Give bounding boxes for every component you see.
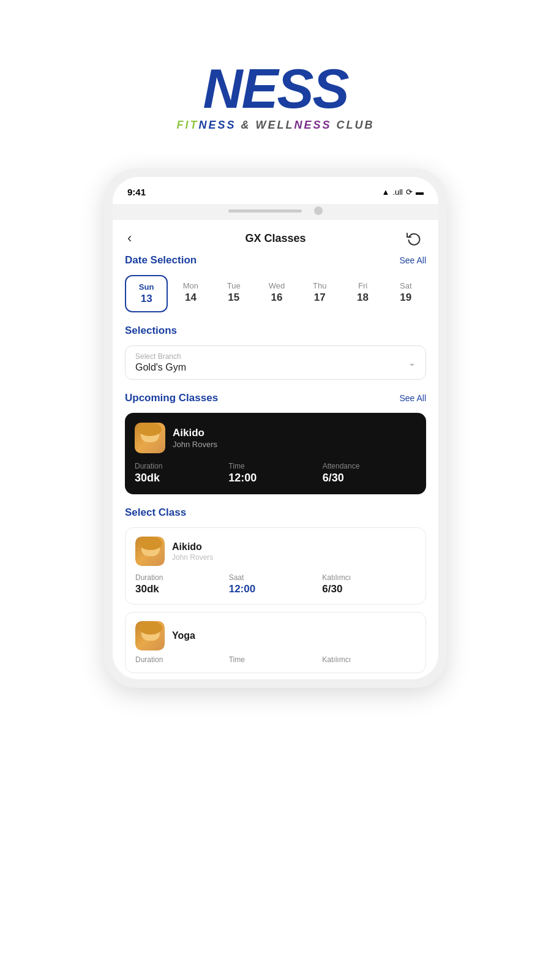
date-num-sun: 13 [141, 293, 152, 305]
upcoming-section: Upcoming Classes See All Aikido John Rov… [125, 392, 426, 494]
date-num-wed: 16 [271, 292, 283, 304]
upcoming-class-card[interactable]: Aikido John Rovers Duration 30dk Time 12… [125, 413, 426, 494]
aikido-duration-val: 30dk [135, 583, 229, 595]
history-button[interactable] [404, 228, 424, 248]
selections-header: Selections [125, 325, 426, 337]
logo-fit: FIT [176, 119, 198, 131]
battery-icon: ▬ [416, 187, 424, 197]
yoga-attendance-label: Katılımcı [322, 655, 416, 664]
yoga-avatar-img [135, 621, 165, 650]
stat-time: Time 12:00 [228, 462, 322, 484]
date-section: Date Selection See All Sun 13 Mon 14 Tue… [125, 254, 426, 312]
class-list-item-yoga[interactable]: Yoga Duration Time Katılımcı [125, 612, 426, 673]
date-num-tue: 15 [228, 292, 239, 304]
date-item-wed[interactable]: Wed 16 [257, 275, 297, 312]
status-time: 9:41 [127, 187, 146, 197]
selections-section: Selections Select Branch Gold's Gym ⌄ [125, 325, 426, 380]
page-title: GX Classes [245, 232, 305, 245]
logo-main: NESS [203, 61, 348, 116]
upcoming-header: Upcoming Classes See All [125, 392, 426, 404]
branch-label: Select Branch [135, 352, 416, 361]
attendance-label: Attendance [323, 462, 416, 470]
phone-mockup: 9:41 ▲ .ull ⟳ ▬ ‹ GX Classes [104, 168, 447, 688]
branch-value: Gold's Gym [135, 362, 416, 373]
select-class-header: Select Class [125, 507, 426, 519]
time-value: 12:00 [228, 472, 322, 484]
yoga-name: Yoga [172, 630, 195, 641]
date-day-wed: Wed [269, 281, 285, 290]
app-header: ‹ GX Classes [125, 220, 426, 254]
date-num-sat: 19 [400, 292, 411, 304]
attendance-value: 6/30 [323, 472, 416, 484]
date-day-sun: Sun [139, 282, 154, 292]
signal-icon: ▲ [382, 187, 390, 197]
selections-title: Selections [125, 325, 177, 337]
date-item-sun[interactable]: Sun 13 [125, 275, 168, 312]
bars-icon: .ull [392, 187, 403, 197]
time-label: Time [228, 462, 322, 470]
aikido-attendance-val: 6/30 [322, 583, 416, 595]
yoga-stat-attendance: Katılımcı [322, 655, 416, 664]
aikido-attendance-label: Katılımcı [322, 573, 416, 582]
date-day-tue: Tue [227, 281, 241, 290]
select-class-title: Select Class [125, 507, 186, 519]
aikido-time-label: Saat [229, 573, 323, 582]
date-row: Sun 13 Mon 14 Tue 15 Wed 16 [125, 275, 426, 312]
yoga-info: Yoga [172, 630, 195, 641]
aikido-duration-label: Duration [135, 573, 229, 582]
aikido-stat-time: Saat 12:00 [229, 573, 323, 595]
status-bar: 9:41 ▲ .ull ⟳ ▬ [113, 177, 438, 204]
phone-screen: 9:41 ▲ .ull ⟳ ▬ ‹ GX Classes [113, 177, 438, 679]
aikido-time-val: 12:00 [229, 583, 323, 595]
dropdown-arrow-icon: ⌄ [408, 358, 416, 368]
class-list-item-aikido[interactable]: Aikido John Rovers Duration 30dk Saat 12… [125, 527, 426, 605]
back-button[interactable]: ‹ [127, 230, 147, 246]
date-item-sat[interactable]: Sat 19 [386, 275, 426, 312]
wifi-icon: ⟳ [406, 187, 413, 197]
upcoming-see-all[interactable]: See All [399, 393, 426, 403]
branch-dropdown[interactable]: Select Branch Gold's Gym ⌄ [125, 345, 426, 380]
notch-bar [113, 204, 438, 220]
date-day-sat: Sat [400, 281, 412, 290]
logo-text: NESS [203, 58, 348, 119]
date-see-all[interactable]: See All [399, 255, 426, 265]
notch-circle [314, 206, 323, 215]
class-info: Aikido John Rovers [173, 427, 217, 449]
date-item-tue[interactable]: Tue 15 [214, 275, 254, 312]
select-class-section: Select Class Aikido John Rovers [125, 507, 426, 673]
stat-duration: Duration 30dk [135, 462, 228, 484]
notch-pill [228, 209, 302, 213]
status-icons: ▲ .ull ⟳ ▬ [382, 187, 424, 197]
aikido-stat-duration: Duration 30dk [135, 573, 229, 595]
date-day-thu: Thu [313, 281, 326, 290]
duration-label: Duration [135, 462, 228, 470]
stat-attendance: Attendance 6/30 [323, 462, 416, 484]
date-section-header: Date Selection See All [125, 254, 426, 266]
date-section-title: Date Selection [125, 254, 197, 266]
yoga-duration-label: Duration [135, 655, 229, 664]
yoga-stat-duration: Duration [135, 655, 229, 664]
class-instructor-upcoming: John Rovers [173, 440, 217, 449]
date-num-mon: 14 [185, 292, 197, 304]
aikido-info: Aikido John Rovers [172, 541, 213, 562]
date-day-mon: Mon [183, 281, 198, 290]
yoga-stat-time: Time [229, 655, 323, 664]
date-item-thu[interactable]: Thu 17 [299, 275, 340, 312]
aikido-avatar-img [135, 537, 165, 566]
logo-ness1: NESS [198, 119, 236, 131]
logo-subtitle: FITNESS & WELLNESS CLUB [176, 119, 374, 132]
date-item-fri[interactable]: Fri 18 [342, 275, 383, 312]
date-num-thu: 17 [314, 292, 326, 304]
class-stats-upcoming: Duration 30dk Time 12:00 Attendance 6/30 [135, 462, 416, 484]
history-icon [407, 231, 421, 246]
class-name-upcoming: Aikido [173, 427, 217, 439]
yoga-stats: Duration Time Katılımcı [135, 655, 416, 664]
app-content: ‹ GX Classes Date Selection See All [113, 220, 438, 673]
logo-amp: & WELL [236, 119, 294, 131]
yoga-time-label: Time [229, 655, 323, 664]
aikido-stats: Duration 30dk Saat 12:00 Katılımcı 6/30 [135, 573, 416, 595]
aikido-instructor: John Rovers [172, 553, 213, 562]
aikido-stat-attendance: Katılımcı 6/30 [322, 573, 416, 595]
instructor-avatar-upcoming [135, 423, 165, 453]
date-item-mon[interactable]: Mon 14 [170, 275, 211, 312]
